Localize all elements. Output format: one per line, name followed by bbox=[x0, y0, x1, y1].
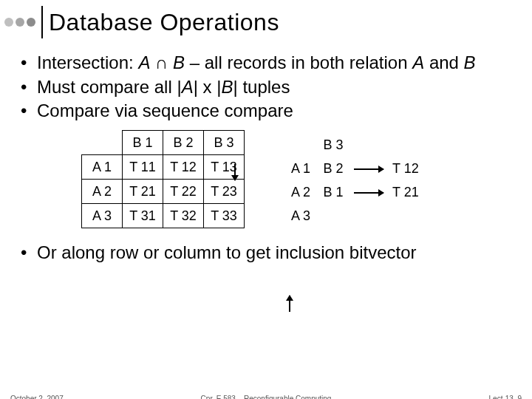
col-header: B 1 bbox=[123, 131, 163, 155]
right-t-cell: T 21 bbox=[388, 180, 423, 204]
matrix-cell: T 11 bbox=[123, 155, 163, 180]
right-b-cell: B 2 bbox=[317, 157, 349, 180]
dot-icon bbox=[27, 18, 35, 27]
matrix-cell: T 32 bbox=[163, 204, 204, 228]
right-a-cell: A 3 bbox=[284, 204, 317, 228]
right-b-cell bbox=[317, 204, 349, 228]
mapping-table: B 3A 1B 2T 12A 2B 1T 21A 3 bbox=[284, 133, 423, 228]
title-row: Database Operations bbox=[0, 0, 532, 38]
bullet-item: Compare via sequence compare bbox=[21, 100, 514, 123]
row-header: A 3 bbox=[82, 204, 123, 228]
row-header: A 2 bbox=[82, 180, 123, 204]
right-a-cell: A 1 bbox=[284, 157, 317, 180]
footer-page: Lect-13. 9 bbox=[489, 395, 522, 399]
arrow-right-icon bbox=[354, 168, 383, 170]
right-t-cell: T 12 bbox=[388, 157, 423, 180]
matrix-cell: T 23 bbox=[204, 180, 245, 204]
right-header: B 3 bbox=[317, 133, 349, 157]
matrix-cell: T 22 bbox=[163, 180, 204, 204]
right-a-cell: A 2 bbox=[284, 180, 317, 204]
right-t-cell bbox=[388, 204, 423, 228]
col-header: B 3 bbox=[204, 131, 245, 155]
dot-icon bbox=[4, 18, 13, 27]
arrow-up-icon bbox=[289, 296, 290, 312]
bullet-item: Must compare all |A| x |B| tuples bbox=[21, 76, 514, 99]
matrix-cell: T 21 bbox=[123, 180, 163, 204]
bullet-list-top: Intersection: A ∩ B – all records in bot… bbox=[21, 52, 514, 123]
title-divider bbox=[41, 6, 43, 38]
bullet-item: Or along row or column to get inclusion … bbox=[21, 242, 514, 265]
matrix-cell: T 31 bbox=[123, 204, 163, 228]
arrow-down-icon bbox=[234, 164, 236, 180]
decorative-dots bbox=[4, 18, 35, 27]
right-b-cell: B 1 bbox=[317, 180, 349, 204]
dot-icon bbox=[16, 18, 24, 27]
slide-title: Database Operations bbox=[49, 9, 279, 36]
col-header: B 2 bbox=[163, 131, 204, 155]
bullet-item: Intersection: A ∩ B – all records in bot… bbox=[21, 52, 514, 75]
matrix-cell: T 12 bbox=[163, 155, 204, 180]
bullet-list-bottom: Or along row or column to get inclusion … bbox=[21, 242, 514, 265]
matrix-cell: T 33 bbox=[204, 204, 245, 228]
footer-course: Cpr. E 583 – Reconfigurable Computing bbox=[0, 395, 532, 399]
matrix-table: B 1B 2B 3A 1T 11T 12T 13A 2T 21T 22T 23A… bbox=[81, 130, 245, 228]
row-header: A 1 bbox=[82, 155, 123, 180]
arrow-right-icon bbox=[354, 192, 383, 194]
